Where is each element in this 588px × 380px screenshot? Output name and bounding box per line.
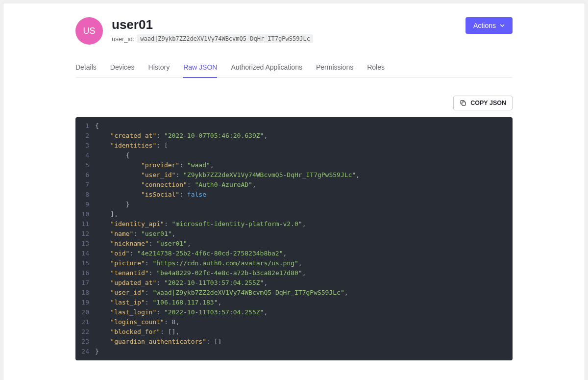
line-number: 4 (75, 151, 95, 160)
line-content: "tenantid": "be4a8229-02fc-4e8c-a72b-b3c… (95, 268, 306, 278)
line-content: ], (95, 209, 118, 219)
tab-authorized-applications[interactable]: Authorized Applications (231, 63, 302, 78)
actions-button-label: Actions (473, 22, 496, 29)
line-number: 13 (75, 239, 95, 249)
code-line: 4 { (75, 151, 513, 160)
copy-json-label: COPY JSON (470, 100, 506, 106)
page-title: user01 (112, 17, 457, 32)
line-number: 16 (75, 268, 95, 278)
line-number: 9 (75, 200, 95, 209)
line-number: 20 (75, 307, 95, 317)
tab-raw-json[interactable]: Raw JSON (183, 63, 217, 78)
line-number: 6 (75, 170, 95, 180)
code-line: 22 "blocked_for": [], (75, 327, 513, 337)
code-line: 3 "identities": [ (75, 141, 513, 151)
line-content: "name": "user01", (95, 229, 175, 239)
line-content: { (95, 151, 129, 160)
line-content: "user_id": "Z9ykb7ZZ2deXV1Vy74WBcvmQ5-Dq… (95, 170, 360, 180)
line-number: 3 (75, 141, 95, 151)
code-line: 1{ (75, 121, 513, 131)
code-line: 20 "last_login": "2022-10-11T03:57:04.25… (75, 307, 513, 317)
code-line: 8 "isSocial": false (75, 190, 513, 200)
tab-details[interactable]: Details (75, 63, 97, 78)
code-line: 24} (75, 347, 513, 356)
code-line: 6 "user_id": "Z9ykb7ZZ2deXV1Vy74WBcvmQ5-… (75, 170, 513, 180)
line-content: } (95, 200, 129, 209)
line-content: "blocked_for": [], (95, 327, 179, 337)
line-content: "nickname": "user01", (95, 239, 191, 249)
line-content: "guardian_authenticators": [] (95, 337, 221, 347)
line-number: 2 (75, 131, 95, 141)
code-line: 18 "user_id": "waad|Z9ykb7ZZ2deXV1Vy74WB… (75, 288, 513, 298)
line-content: { (95, 121, 99, 131)
user-id-label: user_id: (112, 35, 134, 43)
line-number: 1 (75, 121, 95, 131)
line-number: 15 (75, 258, 95, 268)
copy-json-button[interactable]: COPY JSON (453, 96, 513, 110)
chevron-down-icon (500, 23, 505, 28)
actions-button[interactable]: Actions (466, 17, 513, 34)
line-number: 11 (75, 219, 95, 229)
code-line: 2 "created_at": "2022-10-07T05:46:20.639… (75, 131, 513, 141)
line-content: "logins_count": 8, (95, 317, 179, 327)
line-content: "provider": "waad", (95, 160, 214, 170)
line-content: "created_at": "2022-10-07T05:46:20.639Z"… (95, 131, 268, 141)
code-line: 21 "logins_count": 8, (75, 317, 513, 327)
line-content: "identity_api": "microsoft-identity-plat… (95, 219, 306, 229)
line-number: 18 (75, 288, 95, 298)
line-number: 17 (75, 278, 95, 288)
code-line: 19 "last_ip": "106.168.117.183", (75, 298, 513, 307)
line-number: 10 (75, 209, 95, 219)
tab-permissions[interactable]: Permissions (316, 63, 353, 78)
tab-roles[interactable]: Roles (367, 63, 385, 78)
line-number: 21 (75, 317, 95, 327)
code-line: 11 "identity_api": "microsoft-identity-p… (75, 219, 513, 229)
line-number: 14 (75, 249, 95, 258)
line-content: "last_login": "2022-10-11T03:57:04.255Z"… (95, 307, 268, 317)
line-content: "oid": "4e214738-25b2-4f6c-80cd-2758234b… (95, 249, 287, 258)
line-number: 24 (75, 347, 95, 356)
tab-history[interactable]: History (148, 63, 170, 78)
code-line: 13 "nickname": "user01", (75, 239, 513, 249)
user-header: US user01 user_id: waad|Z9ykb7ZZ2deXV1Vy… (75, 17, 513, 45)
line-content: "last_ip": "106.168.117.183", (95, 298, 221, 307)
line-number: 19 (75, 298, 95, 307)
line-number: 23 (75, 337, 95, 347)
code-line: 5 "provider": "waad", (75, 160, 513, 170)
code-line: 16 "tenantid": "be4a8229-02fc-4e8c-a72b-… (75, 268, 513, 278)
line-content: "connection": "Auth0-AzureAD", (95, 180, 256, 190)
tab-devices[interactable]: Devices (110, 63, 135, 78)
line-number: 12 (75, 229, 95, 239)
line-content: } (95, 347, 99, 356)
avatar: US (75, 17, 103, 45)
code-line: 10 ], (75, 209, 513, 219)
copy-icon (460, 100, 466, 106)
svg-rect-0 (462, 102, 466, 105)
code-line: 23 "guardian_authenticators": [] (75, 337, 513, 347)
code-line: 15 "picture": "https://cdn.auth0.com/ava… (75, 258, 513, 268)
user-id-value: waad|Z9ykb7ZZ2deXV1Vy74WBcvmQ5-DqHr_IT7g… (137, 34, 313, 43)
line-number: 7 (75, 180, 95, 190)
line-content: "isSocial": false (95, 190, 206, 200)
line-content: "user_id": "waad|Z9ykb7ZZ2deXV1Vy74WBcvm… (95, 288, 348, 298)
code-line: 9 } (75, 200, 513, 209)
code-line: 12 "name": "user01", (75, 229, 513, 239)
line-number: 22 (75, 327, 95, 337)
code-line: 7 "connection": "Auth0-AzureAD", (75, 180, 513, 190)
line-number: 5 (75, 160, 95, 170)
code-line: 17 "updated_at": "2022-10-11T03:57:04.25… (75, 278, 513, 288)
line-content: "picture": "https://cdn.auth0.com/avatar… (95, 258, 302, 268)
json-code-block: 1{2 "created_at": "2022-10-07T05:46:20.6… (75, 117, 513, 360)
tabs: DetailsDevicesHistoryRaw JSONAuthorized … (75, 63, 513, 78)
line-number: 8 (75, 190, 95, 200)
line-content: "updated_at": "2022-10-11T03:57:04.255Z"… (95, 278, 268, 288)
line-content: "identities": [ (95, 141, 168, 151)
code-line: 14 "oid": "4e214738-25b2-4f6c-80cd-27582… (75, 249, 513, 258)
